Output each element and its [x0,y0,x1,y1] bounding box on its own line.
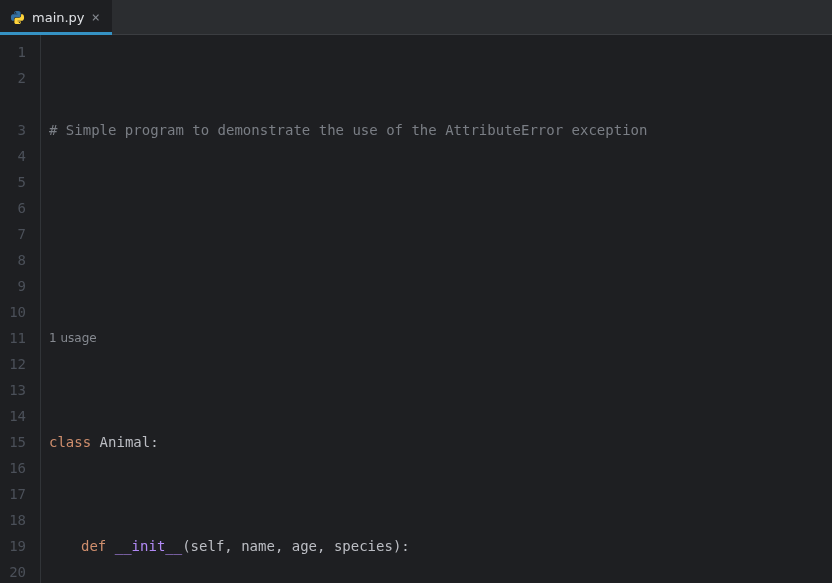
line-number: 18 [0,507,40,533]
code-inlay: 1 usage [49,325,832,351]
line-number: 19 [0,533,40,559]
usage-inlay[interactable]: 1 usage [49,325,97,351]
line-number: 11 [0,325,40,351]
python-icon [10,10,25,25]
tab-bar: main.py × [0,0,832,35]
line-number: 12 [0,351,40,377]
line-number: 4 [0,143,40,169]
close-icon[interactable]: × [92,10,100,24]
line-number: 3 [0,117,40,143]
code-line: # Simple program to demonstrate the use … [49,117,832,143]
line-number: 17 [0,481,40,507]
line-number: 9 [0,273,40,299]
line-number-gutter: 1 2 3 4 5 6 7 8 9 10 11 12 13 14 15 16 1… [0,35,41,583]
code-line [49,221,832,247]
line-number: 10 [0,299,40,325]
line-number: 7 [0,221,40,247]
tab-filename: main.py [32,10,85,25]
line-number: 8 [0,247,40,273]
line-number: 16 [0,455,40,481]
line-number [0,91,40,117]
line-number: 20 [0,559,40,583]
code-line: class Animal: [49,429,832,455]
code-line: def __init__(self, name, age, species): [49,533,832,559]
line-number: 14 [0,403,40,429]
code-area[interactable]: # Simple program to demonstrate the use … [41,35,832,583]
line-number: 2 [0,65,40,91]
line-number: 6 [0,195,40,221]
line-number: 5 [0,169,40,195]
line-number: 15 [0,429,40,455]
tab-main-py[interactable]: main.py × [0,0,112,34]
line-number: 13 [0,377,40,403]
line-number: 1 [0,39,40,65]
editor[interactable]: 1 2 3 4 5 6 7 8 9 10 11 12 13 14 15 16 1… [0,35,832,583]
